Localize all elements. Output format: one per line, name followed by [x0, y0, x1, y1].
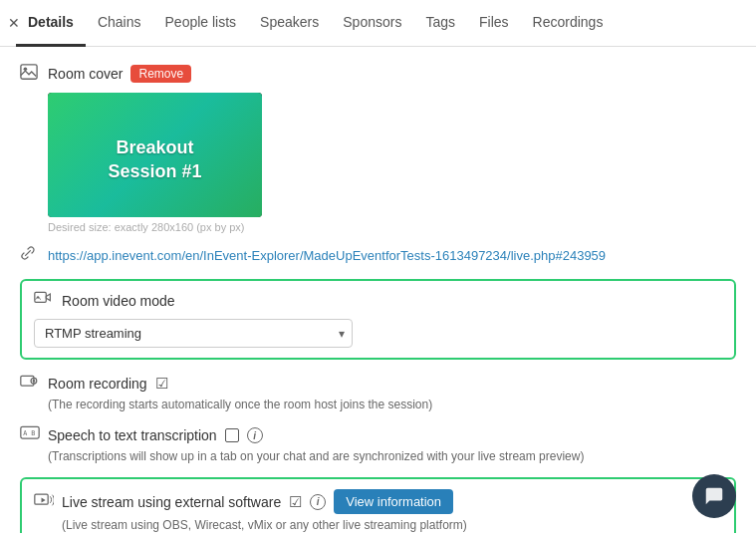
cover-image-preview: 📁 Breakout Session #1 — [48, 93, 262, 217]
speech-label: Speech to text transcription — [48, 427, 217, 443]
live-stream-box: Live stream using external software ☑ i … — [20, 477, 736, 533]
livestream-info-icon[interactable]: i — [310, 494, 326, 510]
speech-info-icon[interactable]: i — [247, 427, 263, 443]
svg-rect-2 — [35, 292, 46, 302]
speech-row: A B Speech to text transcription i — [20, 425, 736, 445]
speech-section: A B Speech to text transcription i (Tran… — [20, 425, 736, 463]
livestream-icon — [34, 492, 54, 512]
video-mode-select[interactable]: RTMP streaming Embedded video Zoom — [34, 319, 353, 348]
speech-icon: A B — [20, 425, 40, 445]
video-mode-select-wrapper: RTMP streaming Embedded video Zoom ▾ — [34, 319, 353, 348]
recording-note: (The recording starts automatically once… — [48, 398, 736, 411]
speech-note: (Transcriptions will show up in a tab on… — [48, 449, 736, 463]
cover-size-hint: Desired size: exactly 280x160 (px by px) — [48, 221, 736, 233]
recording-icon — [20, 374, 40, 394]
room-link[interactable]: https://app.inevent.com/en/InEvent-Explo… — [48, 248, 606, 263]
cover-title: Breakout Session #1 — [108, 136, 201, 183]
room-cover-section: Room cover Remove — [20, 63, 736, 85]
tab-tags[interactable]: Tags — [413, 0, 467, 47]
tab-recordings[interactable]: Recordings — [521, 0, 616, 47]
svg-rect-0 — [21, 65, 37, 79]
video-mode-icon — [34, 291, 54, 311]
video-mode-row: Room video mode — [34, 291, 722, 311]
svg-text:A B: A B — [23, 429, 35, 437]
video-mode-box: Room video mode RTMP streaming Embedded … — [20, 279, 736, 360]
tab-people-lists[interactable]: People lists — [153, 0, 249, 47]
tab-sponsors[interactable]: Sponsors — [331, 0, 413, 47]
link-icon — [20, 245, 40, 265]
speech-checkbox[interactable] — [225, 428, 239, 442]
remove-cover-button[interactable]: Remove — [130, 65, 191, 83]
room-cover-label: Room cover — [48, 66, 123, 82]
livestream-note: (Live stream using OBS, Wirecast, vMix o… — [62, 518, 722, 532]
livestream-label-row: Live stream using external software ☑ i … — [34, 489, 722, 514]
tab-files[interactable]: Files — [467, 0, 521, 47]
image-icon — [20, 63, 40, 85]
svg-rect-4 — [21, 376, 34, 386]
tab-chains[interactable]: Chains — [86, 0, 153, 47]
close-button[interactable]: ✕ — [0, 11, 28, 35]
chat-bubble-button[interactable] — [692, 474, 736, 518]
recording-checkbox-checked[interactable]: ☑ — [155, 375, 168, 393]
video-mode-label: Room video mode — [62, 293, 175, 309]
room-link-row: https://app.inevent.com/en/InEvent-Explo… — [20, 245, 736, 265]
recording-label: Room recording — [48, 376, 147, 392]
svg-point-6 — [33, 380, 35, 382]
main-content: Room cover Remove 📁 Breakout Session #1 … — [0, 47, 756, 533]
recording-row: Room recording ☑ — [20, 374, 736, 394]
cover-image-inner: Breakout Session #1 — [48, 93, 262, 217]
view-information-button[interactable]: View information — [334, 489, 453, 514]
tab-speakers[interactable]: Speakers — [248, 0, 331, 47]
room-recording-section: Room recording ☑ (The recording starts a… — [20, 374, 736, 411]
livestream-label: Live stream using external software — [62, 494, 281, 510]
livestream-checkbox-checked[interactable]: ☑ — [289, 493, 302, 511]
